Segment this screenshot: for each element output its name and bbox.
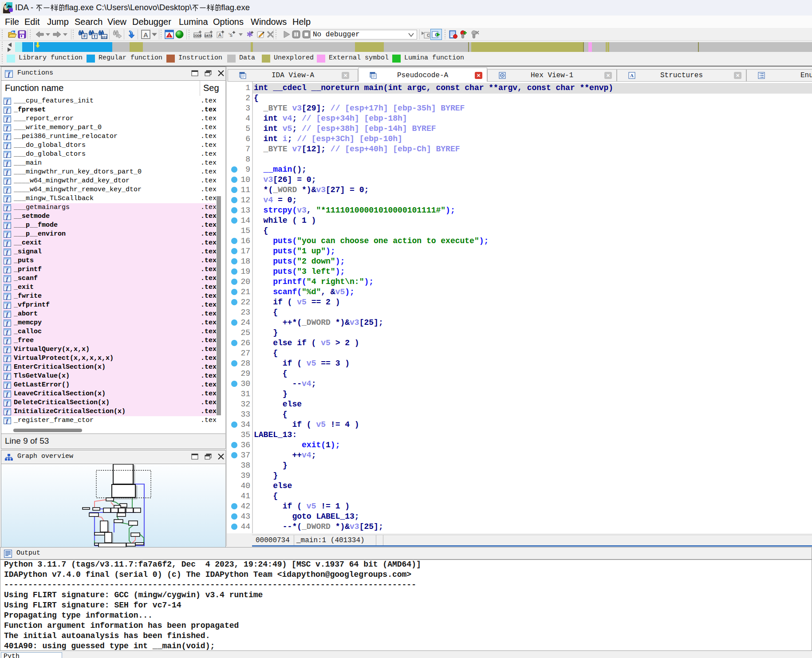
svg-text:T: T <box>93 33 97 39</box>
svg-text:#: # <box>83 34 86 39</box>
svg-text:!: ! <box>169 34 170 38</box>
svg-text:A: A <box>143 31 148 39</box>
svg-text:DATA: DATA <box>205 34 213 37</box>
svg-text:‘s: ‘s <box>229 32 233 38</box>
svg-text:A: A <box>218 32 222 38</box>
svg-text:CODE: CODE <box>193 34 202 37</box>
svg-text:C: C <box>427 33 430 38</box>
svg-text:101: 101 <box>101 35 107 39</box>
